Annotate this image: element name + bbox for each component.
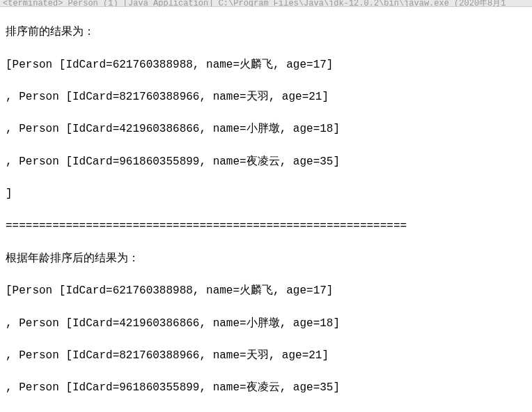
output-line: , Person [IdCard=961860355899, name=夜凌云,…	[6, 380, 526, 396]
output-line: , Person [IdCard=961860355899, name=夜凌云,…	[6, 154, 526, 170]
console-output: 排序前的结果为： [Person [IdCard=621760388988, n…	[0, 7, 532, 412]
output-line: , Person [IdCard=821760388966, name=天羽, …	[6, 89, 526, 105]
output-line: [Person [IdCard=621760388988, name=火麟飞, …	[6, 283, 526, 299]
section-title: 排序前的结果为：	[6, 24, 526, 40]
section-title: 根据年龄排序后的结果为：	[6, 251, 526, 267]
output-line: ]	[6, 186, 526, 202]
output-line: , Person [IdCard=421960386866, name=小胖墩,…	[6, 121, 526, 137]
output-line: [Person [IdCard=621760388988, name=火麟飞, …	[6, 57, 526, 73]
console-header: <terminated> Person (1) [Java Applicatio…	[0, 0, 532, 7]
output-line: , Person [IdCard=821760388966, name=天羽, …	[6, 348, 526, 364]
output-line: , Person [IdCard=421960386866, name=小胖墩,…	[6, 316, 526, 332]
divider-line: ========================================…	[6, 218, 526, 234]
